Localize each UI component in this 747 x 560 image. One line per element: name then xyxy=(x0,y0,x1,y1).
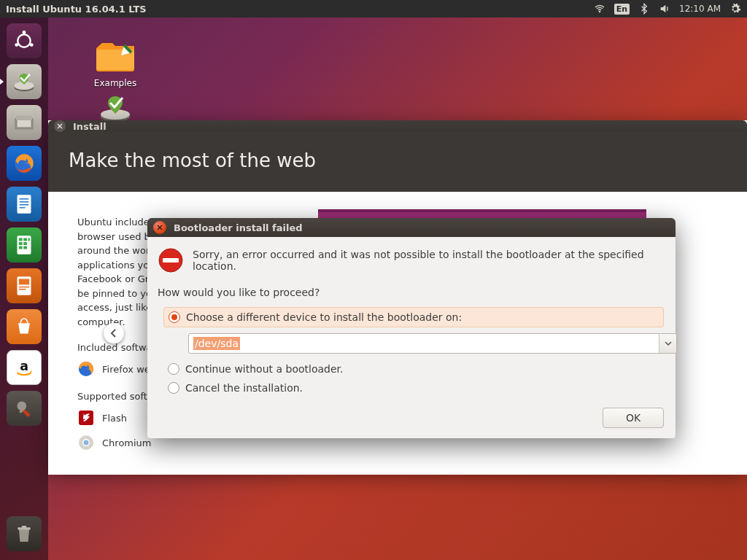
svg-rect-9 xyxy=(18,120,31,128)
radio-label: Continue without a bootloader. xyxy=(185,363,343,375)
system-tray: En 12:10 AM xyxy=(594,3,741,15)
radio-choose-device[interactable]: Choose a different device to install the… xyxy=(163,307,664,327)
slideshow-prev-button[interactable] xyxy=(104,323,124,343)
install-window-title: Install xyxy=(73,121,107,132)
svg-rect-14 xyxy=(20,204,29,206)
launcher-software[interactable] xyxy=(5,308,43,346)
software-name: Chromium xyxy=(102,438,152,448)
clock[interactable]: 12:10 AM xyxy=(679,4,721,14)
dialog-titlebar[interactable]: Bootloader install failed xyxy=(147,218,676,237)
radio-cancel-install[interactable]: Cancel the installation. xyxy=(163,378,664,397)
svg-point-3 xyxy=(30,43,34,47)
dialog-question: How would you like to proceed? xyxy=(158,287,664,298)
dialog-message: Sorry, an error occurred and it was not … xyxy=(193,249,664,272)
svg-point-41 xyxy=(84,440,89,446)
svg-rect-19 xyxy=(28,238,30,241)
launcher-writer[interactable] xyxy=(5,185,43,223)
launcher-amazon[interactable]: a xyxy=(5,349,43,386)
keyboard-language-indicator[interactable]: En xyxy=(614,4,630,15)
install-heading: Make the most of the web xyxy=(48,132,747,192)
svg-point-4 xyxy=(15,43,18,47)
radio-icon xyxy=(168,382,179,394)
svg-rect-17 xyxy=(19,238,23,241)
ok-button[interactable]: OK xyxy=(603,408,664,428)
launcher: a xyxy=(0,18,48,560)
svg-rect-23 xyxy=(23,246,27,249)
radio-label: Cancel the installation. xyxy=(185,382,303,394)
launcher-trash[interactable] xyxy=(5,515,43,553)
svg-point-1 xyxy=(18,34,30,47)
launcher-files[interactable] xyxy=(5,104,43,141)
launcher-impress[interactable] xyxy=(5,267,43,305)
top-panel: Install Ubuntu 16.04.1 LTS En 12:10 AM xyxy=(0,0,747,18)
desktop-icon-examples[interactable]: Examples xyxy=(86,41,144,88)
svg-rect-15 xyxy=(20,207,26,209)
close-icon[interactable] xyxy=(153,221,166,234)
dialog-title: Bootloader install failed xyxy=(174,222,303,233)
svg-rect-12 xyxy=(20,198,29,200)
svg-point-0 xyxy=(599,11,600,12)
radio-icon xyxy=(169,311,180,323)
svg-point-2 xyxy=(23,31,26,34)
launcher-dash[interactable] xyxy=(5,22,43,60)
desktop-icon-label: Examples xyxy=(86,78,144,88)
close-icon[interactable] xyxy=(54,120,66,132)
svg-rect-26 xyxy=(19,287,29,288)
svg-text:a: a xyxy=(20,359,28,373)
error-icon xyxy=(158,247,184,273)
software-name: Flash xyxy=(102,413,127,424)
bluetooth-icon[interactable] xyxy=(638,3,650,15)
bootloader-device-combo[interactable]: /dev/sda xyxy=(188,333,677,354)
bootloader-device-input[interactable]: /dev/sda xyxy=(189,334,659,353)
svg-rect-21 xyxy=(23,242,27,245)
svg-rect-25 xyxy=(19,279,29,285)
install-window-titlebar[interactable]: Install xyxy=(48,120,747,132)
svg-rect-18 xyxy=(23,238,27,241)
launcher-settings[interactable] xyxy=(5,389,43,427)
radio-label: Choose a different device to install the… xyxy=(186,311,462,323)
wifi-icon[interactable] xyxy=(594,3,605,15)
radio-continue-no-bootloader[interactable]: Continue without a bootloader. xyxy=(163,359,664,378)
svg-rect-44 xyxy=(163,258,179,262)
radio-icon xyxy=(168,363,179,375)
radio-group: Choose a different device to install the… xyxy=(163,307,664,397)
svg-rect-13 xyxy=(20,201,29,203)
sound-icon[interactable] xyxy=(659,3,670,15)
svg-rect-8 xyxy=(16,116,32,120)
svg-rect-33 xyxy=(22,526,26,528)
launcher-calc[interactable] xyxy=(5,226,43,264)
svg-rect-20 xyxy=(19,242,23,245)
error-dialog: Bootloader install failed Sorry, an erro… xyxy=(147,218,676,438)
gear-icon[interactable] xyxy=(729,3,741,15)
launcher-ubiquity[interactable] xyxy=(5,63,43,101)
launcher-firefox[interactable] xyxy=(5,144,43,182)
svg-rect-22 xyxy=(19,246,23,249)
chevron-down-icon[interactable] xyxy=(659,334,676,353)
window-title: Install Ubuntu 16.04.1 LTS xyxy=(6,4,147,15)
svg-rect-27 xyxy=(19,289,26,290)
